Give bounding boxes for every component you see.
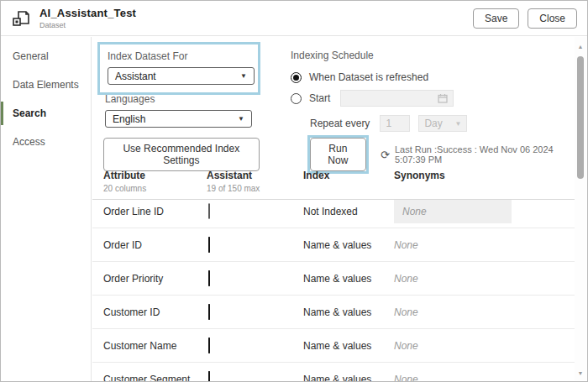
languages-value: English [113,113,145,125]
repeat-unit-select: Day ▼ [418,115,467,132]
column-assistant: Assistant [207,170,303,181]
synonyms-field[interactable]: None [394,306,418,318]
run-now-button[interactable]: Run Now [310,138,366,171]
synonyms-field[interactable]: None [394,340,418,352]
start-date-input [340,90,454,107]
index-status: Name & values [303,306,394,318]
page-subtitle: Dataset [39,21,136,29]
synonyms-field[interactable]: None [394,273,418,285]
index-status: Name & values [303,239,394,251]
synonyms-field[interactable]: None [394,200,512,223]
indexing-schedule-title: Indexing Schedule [291,50,543,61]
attribute-name: Customer ID [103,306,207,318]
start-radio[interactable] [291,93,302,104]
table-row: Order ID Name & values None [92,228,575,262]
index-dataset-for-callout: Index Dataset For Assistant ▼ [97,42,260,95]
synonyms-field[interactable]: None [394,239,418,251]
index-dataset-for-value: Assistant [115,71,156,82]
close-button[interactable]: Close [528,8,577,29]
vertical-scrollbar: ▲ ▼ [575,37,586,380]
header: AI_Assistant_Test Dataset Save Close [1,1,587,36]
scroll-up-arrow-icon[interactable]: ▲ [575,44,586,50]
use-recommended-settings-button[interactable]: Use Recommended Index Settings [103,138,260,171]
attributes-table-body: Order Line ID Not Indexed None Order ID … [92,195,575,382]
save-button[interactable]: Save [473,8,519,29]
synonyms-field[interactable]: None [394,374,418,382]
assistant-checkbox[interactable] [208,237,210,253]
chevron-down-icon: ▼ [240,72,247,80]
index-status: Name & values [303,340,394,352]
scroll-down-arrow-icon[interactable]: ▼ [575,370,586,376]
column-assistant-sub: 19 of 150 max [207,184,303,193]
dataset-editor-window: AI_Assistant_Test Dataset Save Close Gen… [0,0,588,382]
table-row: Customer Segment Name & values None [92,363,575,382]
sidebar-item-data-elements[interactable]: Data Elements [1,71,91,99]
column-attribute: Attribute [103,170,207,181]
when-refreshed-radio[interactable] [291,72,302,83]
attribute-name: Order Line ID [103,206,207,217]
languages-select[interactable]: English ▼ [105,110,252,128]
index-status: Not Indexed [303,206,394,217]
assistant-checkbox[interactable] [208,371,210,382]
chevron-down-icon: ▼ [454,120,461,128]
page-title: AI_Assistant_Test [39,7,136,19]
indexing-schedule-section: Indexing Schedule When Dataset is refres… [291,50,543,132]
table-row: Order Line ID Not Indexed None [92,195,575,228]
chevron-down-icon: ▼ [238,115,244,123]
when-refreshed-label: When Dataset is refreshed [309,71,428,83]
column-synonyms: Synonyms [394,170,575,181]
attribute-name: Customer Segment [103,374,207,382]
index-dataset-for-select[interactable]: Assistant ▼ [108,67,255,85]
last-run-status: ⟳ Last Run :Success : Wed Nov 06 2024 5:… [381,144,575,165]
repeat-row: Repeat every 1 Day ▼ [310,115,543,132]
actions-row: Use Recommended Index Settings Run Now ⟳… [103,135,575,174]
search-settings-panel: Index Dataset For Assistant ▼ Languages … [92,37,575,381]
assistant-checkbox[interactable] [208,270,210,286]
start-option-row: Start [291,90,543,107]
column-index: Index [303,170,394,181]
attribute-name: Order ID [103,239,207,251]
sidebar-item-access[interactable]: Access [1,128,91,156]
attribute-name: Customer Name [103,340,207,352]
index-status: Name & values [303,374,394,382]
assistant-checkbox[interactable] [208,338,210,353]
dataset-icon [11,8,31,29]
column-attribute-sub: 20 columns [103,184,207,193]
scrollbar-thumb[interactable] [577,56,584,179]
refresh-option-row: When Dataset is refreshed [291,71,543,83]
run-now-callout: Run Now [307,135,369,174]
table-row: Customer ID Name & values None [92,296,575,329]
assistant-checkbox[interactable] [208,203,210,219]
repeat-value-input: 1 [380,115,410,132]
table-row: Customer Name Name & values None [92,329,575,363]
refresh-icon: ⟳ [381,149,390,160]
last-run-text: Last Run :Success : Wed Nov 06 2024 5:07… [395,144,575,165]
languages-field: Languages English ▼ [105,93,252,128]
attribute-name: Order Priority [103,273,207,285]
index-status: Name & values [303,273,394,285]
assistant-checkbox[interactable] [208,304,210,320]
sidebar-item-search[interactable]: Search [1,99,91,128]
calendar-icon [438,93,448,103]
sidebar-item-general[interactable]: General [1,42,91,71]
index-dataset-for-label: Index Dataset For [108,50,250,62]
table-row: Order Priority Name & values None [92,262,575,296]
languages-label: Languages [105,93,252,105]
sidebar: General Data Elements Search Access [1,37,92,381]
repeat-every-label: Repeat every [310,118,370,129]
start-label: Start [309,92,330,104]
